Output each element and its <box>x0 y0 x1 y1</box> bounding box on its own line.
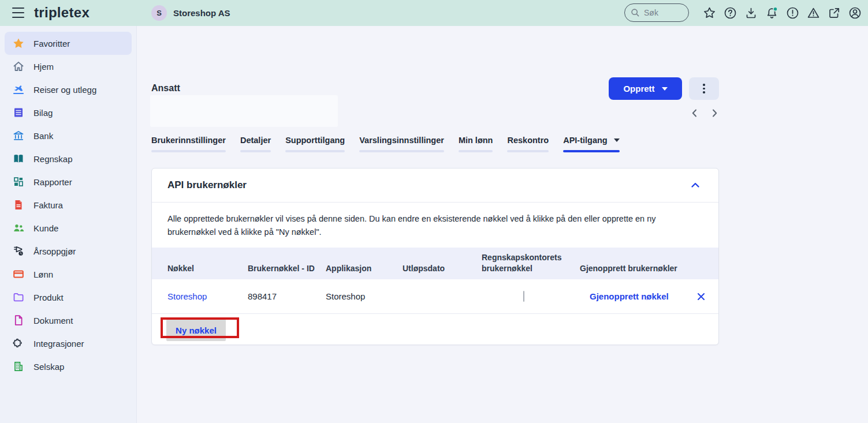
star-icon[interactable] <box>703 6 716 20</box>
sidebar-item-regnskap[interactable]: Regnskap <box>5 147 132 170</box>
card-description: Alle opprettede brukernøkler vil vises p… <box>152 203 718 248</box>
sidebar-item-lonn[interactable]: Lønn <box>5 263 132 286</box>
api-keys-card: API brukernøkler Alle opprettede brukern… <box>151 168 719 345</box>
brand-logo: tripletex <box>34 5 90 21</box>
sidebar-item-integrasjoner[interactable]: Integrasjoner <box>5 332 132 355</box>
folder-icon <box>13 291 24 303</box>
account-icon[interactable] <box>848 6 862 20</box>
col-header-regnskapskontorets: Regnskapskontorets brukernøkkel <box>482 252 568 274</box>
alert-triangle-icon[interactable] <box>807 6 820 20</box>
puzzle-icon <box>13 338 24 349</box>
col-header-gjenopprett: Gjenopprett brukernøkler <box>580 263 683 274</box>
sidebar-item-bank[interactable]: Bank <box>5 124 132 147</box>
chevron-down-icon <box>662 87 668 91</box>
tab-reskontro[interactable]: Reskontro <box>507 136 549 152</box>
sidebar-item-label: Årsoppgjør <box>33 246 76 256</box>
tab-detaljer[interactable]: Detaljer <box>240 136 271 152</box>
home-icon <box>13 61 24 72</box>
book-icon <box>13 153 24 164</box>
sidebar-item-label: Hjem <box>33 62 54 72</box>
sidebar-item-rapporter[interactable]: Rapporter <box>5 170 132 193</box>
collapse-button[interactable] <box>690 179 701 191</box>
sidebar-item-label: Kunde <box>33 223 58 233</box>
sidebar-item-label: Bank <box>33 131 53 141</box>
tab-bar: Brukerinnstillinger Detaljer Supporttilg… <box>151 136 620 152</box>
col-header-applikasjon: Applikasjon <box>326 263 403 274</box>
receipt-icon <box>13 107 24 118</box>
tab-api-tilgang[interactable]: API-tilgang <box>563 136 620 152</box>
new-key-button[interactable]: Ny nøkkel <box>166 319 226 341</box>
chevron-left-icon[interactable] <box>690 108 700 118</box>
tab-varslingsinnstillinger[interactable]: Varslingsinnstillinger <box>359 136 444 152</box>
card-title: API brukernøkler <box>167 179 247 191</box>
close-icon <box>696 292 706 301</box>
invoice-icon <box>13 199 24 211</box>
sidebar: Favoritter Hjem Reiser og utlegg Bilag B… <box>0 26 137 423</box>
sidebar-item-label: Lønn <box>33 269 53 279</box>
create-button-label: Opprett <box>623 84 654 93</box>
accountant-key-checkbox[interactable] <box>523 291 524 302</box>
year-end-icon <box>13 245 24 257</box>
sidebar-item-arsoppgjor[interactable]: Årsoppgjør <box>5 239 132 263</box>
menu-icon[interactable] <box>12 8 24 18</box>
tab-brukerinnstillinger[interactable]: Brukerinnstillinger <box>151 136 226 152</box>
sidebar-item-label: Faktura <box>33 200 63 210</box>
company-avatar: S <box>151 5 167 21</box>
key-id-cell: 898417 <box>248 291 326 301</box>
building-icon <box>13 361 24 372</box>
sidebar-item-faktura[interactable]: Faktura <box>5 193 132 216</box>
table-footer: Ny nøkkel <box>152 314 718 345</box>
external-link-icon[interactable] <box>828 6 841 20</box>
application-cell: Storeshop <box>326 291 403 301</box>
users-icon <box>13 222 24 234</box>
col-header-nokkel: Nøkkel <box>167 263 248 274</box>
more-options-button[interactable] <box>689 77 719 100</box>
sidebar-item-reiser-og-utlegg[interactable]: Reiser og utlegg <box>5 78 132 101</box>
sidebar-item-label: Produkt <box>33 293 64 302</box>
alert-circle-icon[interactable] <box>786 6 799 20</box>
help-icon[interactable] <box>724 6 737 20</box>
bell-icon[interactable] <box>765 6 778 20</box>
download-icon[interactable] <box>744 6 758 20</box>
chevron-down-icon <box>614 138 620 142</box>
sidebar-item-label: Selskap <box>33 362 64 372</box>
delete-key-button[interactable] <box>683 292 718 301</box>
page-title: Ansatt <box>151 83 180 93</box>
recreate-key-link[interactable]: Gjenopprett nøkkel <box>590 291 669 301</box>
sidebar-item-hjem[interactable]: Hjem <box>5 55 132 78</box>
sidebar-item-produkt[interactable]: Produkt <box>5 286 132 309</box>
sidebar-item-label: Bilag <box>33 108 53 118</box>
sidebar-item-label: Dokument <box>33 316 73 325</box>
company-selector[interactable]: S Storeshop AS <box>151 5 230 21</box>
loading-skeleton <box>150 95 338 127</box>
table-header-row: Nøkkel Brukernøkkel - ID Applikasjon Utl… <box>152 248 718 279</box>
company-name: Storeshop AS <box>173 8 230 18</box>
sidebar-item-label: Favoritter <box>33 39 70 48</box>
main-content: Ansatt Opprett Brukerinnstillinger Detal… <box>137 26 868 423</box>
grid-icon <box>13 176 24 188</box>
col-header-brukernokkel-id: Brukernøkkel - ID <box>248 263 326 274</box>
col-header-utlopsdato: Utløpsdato <box>403 263 482 274</box>
tab-min-lonn[interactable]: Min lønn <box>459 136 493 152</box>
search-box[interactable] <box>624 3 689 22</box>
chevron-right-icon[interactable] <box>709 108 720 118</box>
card-icon <box>13 268 24 280</box>
search-icon <box>631 8 640 17</box>
create-button[interactable]: Opprett <box>609 77 682 100</box>
bank-icon <box>13 130 24 141</box>
sidebar-item-label: Regnskap <box>33 154 73 164</box>
search-input[interactable] <box>644 8 679 17</box>
sidebar-item-favoritter[interactable]: Favoritter <box>5 32 132 55</box>
document-icon <box>13 315 24 326</box>
sidebar-item-dokument[interactable]: Dokument <box>5 309 132 332</box>
chevron-up-icon <box>691 181 700 190</box>
table-row: Storeshop 898417 Storeshop Gjenopprett n… <box>152 279 718 314</box>
sidebar-item-label: Rapporter <box>33 177 72 187</box>
key-link[interactable]: Storeshop <box>167 291 207 301</box>
sidebar-item-selskap[interactable]: Selskap <box>5 355 132 378</box>
star-icon <box>13 38 24 49</box>
sidebar-item-label: Integrasjoner <box>33 339 84 349</box>
tab-supporttilgang[interactable]: Supporttilgang <box>285 136 345 152</box>
sidebar-item-bilag[interactable]: Bilag <box>5 101 132 124</box>
sidebar-item-kunde[interactable]: Kunde <box>5 216 132 239</box>
